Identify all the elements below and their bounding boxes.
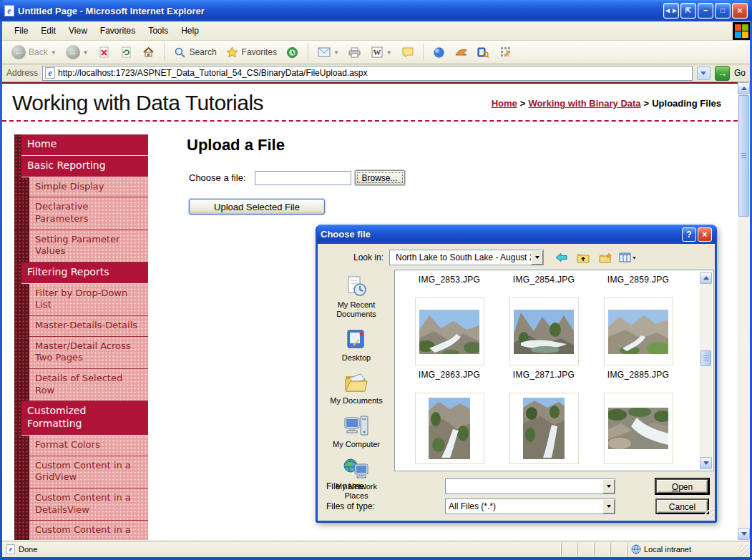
discuss-button[interactable]: [398, 44, 418, 61]
menu-bar: FileEditViewFavoritesToolsHelp: [2, 21, 750, 41]
sidebar-item-format-colors[interactable]: Format Colors: [14, 436, 148, 456]
browser-window: e Untitled Page - Microsoft Internet Exp…: [0, 0, 752, 560]
file-upload-input[interactable]: [255, 171, 351, 185]
file-name-dropdown-button[interactable]: [602, 479, 615, 493]
search-button[interactable]: Search: [170, 44, 220, 61]
upload-selected-file-button[interactable]: Upload Selected File: [189, 199, 325, 215]
sidebar-edge-pattern: [14, 456, 29, 488]
choose-file-dialog: Choose file ? × Look in: North Lake to S…: [316, 225, 717, 523]
close-button[interactable]: ×: [732, 3, 748, 19]
up-one-level-button[interactable]: [575, 250, 592, 265]
addon-button-2[interactable]: [496, 44, 516, 61]
sidebar-item-details-of-selected-row[interactable]: Details of Selected Row: [14, 369, 148, 401]
list-scroll-up-arrow[interactable]: [700, 272, 712, 284]
breadcrumb-working-with-binary-data[interactable]: Working with Binary Data: [528, 98, 640, 109]
file-name-combobox[interactable]: [445, 478, 615, 494]
file-name-label[interactable]: IMG_2863.JPG: [419, 370, 480, 380]
file-name-label[interactable]: IMG_2885.JPG: [607, 370, 669, 380]
photo-thumbnail-portrait-1[interactable]: [415, 393, 484, 464]
file-name-label[interactable]: IMG_2859.JPG: [607, 275, 669, 285]
open-button[interactable]: Open: [655, 478, 709, 494]
browse-button[interactable]: Browse...: [355, 170, 405, 185]
sidebar-item-setting-parameter-values[interactable]: Setting Parameter Values: [14, 230, 148, 262]
home-button[interactable]: [139, 44, 159, 61]
stop-icon: [98, 46, 111, 59]
go-button-icon[interactable]: →: [715, 66, 730, 81]
sidebar-item-custom-content-in-a[interactable]: Custom Content in a: [14, 521, 148, 540]
create-new-folder-button[interactable]: [597, 250, 614, 265]
cancel-button[interactable]: Cancel: [655, 498, 709, 514]
place-my-recent-documents[interactable]: My Recent Documents: [323, 275, 389, 319]
photo-thumbnail-portrait-2[interactable]: [509, 393, 579, 464]
title-bar: e Untitled Page - Microsoft Internet Exp…: [0, 0, 752, 21]
dialog-help-button[interactable]: ?: [682, 227, 696, 242]
sidebar-item-label: Basic Reporting: [21, 156, 148, 177]
menu-edit[interactable]: Edit: [34, 23, 62, 39]
menu-file[interactable]: File: [8, 23, 34, 39]
files-of-type-dropdown-button[interactable]: [602, 499, 615, 514]
look-in-combobox[interactable]: North Lake to South Lake - August 2006: [389, 250, 544, 265]
mail-button[interactable]: ▼: [314, 44, 343, 61]
sidebar-item-master-details-details[interactable]: Master-Details-Details: [14, 316, 148, 337]
photo-thumbnail-landscape-3[interactable]: [604, 298, 673, 365]
files-of-type-combobox[interactable]: All Files (*.*): [445, 498, 615, 514]
place-desktop[interactable]: Desktop: [323, 328, 389, 363]
edit-with-word-button[interactable]: W ▼: [367, 44, 396, 61]
window-title: Untitled Page - Microsoft Internet Explo…: [18, 6, 663, 16]
sidebar-item-custom-content-in-a-detailsview[interactable]: Custom Content in a DetailsView: [14, 488, 148, 521]
scrollbar-thumb[interactable]: [738, 95, 749, 217]
menu-view[interactable]: View: [62, 23, 94, 39]
menu-help[interactable]: Help: [175, 23, 205, 39]
file-list-scrollbar[interactable]: [700, 272, 712, 469]
scroll-up-arrow[interactable]: [738, 82, 750, 94]
address-input[interactable]: e http://localhost:1723/ASPNET_Data_Tuto…: [42, 66, 693, 81]
history-button[interactable]: [283, 44, 303, 61]
messenger-button[interactable]: [429, 44, 449, 61]
view-menu-button[interactable]: [619, 250, 636, 265]
sidebar-item-basic-reporting[interactable]: Basic Reporting: [14, 156, 148, 177]
sidebar-item-customized-formatting[interactable]: Customized Formatting: [14, 401, 148, 436]
sidebar-item-home[interactable]: Home: [14, 134, 148, 156]
research-button[interactable]: [474, 44, 494, 61]
list-scrollbar-thumb[interactable]: [700, 350, 711, 366]
window-resize-grip[interactable]: [740, 544, 750, 557]
print-button[interactable]: [345, 44, 365, 61]
favorites-button[interactable]: Favorites: [223, 44, 280, 61]
go-label[interactable]: Go: [734, 68, 746, 78]
pop-out-button[interactable]: ⇱: [680, 3, 696, 19]
sidebar-item-filter-by-drop-down-list[interactable]: Filter by Drop-Down List: [14, 284, 148, 316]
dialog-close-button[interactable]: ×: [698, 227, 712, 242]
photo-thumbnail-landscape-1[interactable]: [415, 298, 484, 365]
place-my-computer[interactable]: My Computer: [323, 415, 389, 449]
place-my-documents[interactable]: My Documents: [323, 373, 389, 406]
back-button[interactable]: ← Back▼: [8, 43, 60, 62]
sidebar-item-label: Custom Content in a GridView: [29, 456, 148, 488]
look-in-dropdown-button[interactable]: [531, 250, 543, 265]
file-name-label[interactable]: IMG_2854.JPG: [513, 275, 575, 285]
breadcrumb-home[interactable]: Home: [492, 98, 517, 109]
maximize-button[interactable]: □: [715, 3, 731, 19]
page-scrollbar[interactable]: [738, 82, 750, 540]
sidebar-item-filtering-reports[interactable]: Filtering Reports: [14, 262, 148, 284]
sidebar-item-master-detail-across-two-pages[interactable]: Master/Detail Across Two Pages: [14, 337, 148, 369]
menu-tools[interactable]: Tools: [142, 23, 175, 39]
refresh-button[interactable]: [117, 44, 137, 61]
minimize-button[interactable]: –: [698, 3, 713, 19]
photo-thumbnail-rapids[interactable]: [604, 393, 673, 464]
menu-favorites[interactable]: Favorites: [94, 23, 142, 39]
file-name-label[interactable]: IMG_2871.JPG: [513, 370, 575, 380]
sidebar-item-custom-content-in-a-gridview[interactable]: Custom Content in a GridView: [14, 456, 148, 488]
stop-button[interactable]: [94, 44, 114, 61]
scroll-down-arrow[interactable]: [738, 528, 750, 540]
sidebar-item-declarative-parameters[interactable]: Declarative Parameters: [14, 197, 148, 230]
addon-button-1[interactable]: [451, 44, 472, 61]
address-dropdown-button[interactable]: [697, 67, 711, 80]
back-folder-button[interactable]: [552, 250, 570, 265]
forward-button[interactable]: → ▼: [62, 43, 92, 62]
photo-thumbnail-landscape-2[interactable]: [509, 298, 579, 365]
pan-arrows-button[interactable]: ◄►: [663, 3, 679, 19]
dialog-resize-grip[interactable]: [705, 510, 713, 519]
sidebar-item-simple-display[interactable]: Simple Display: [14, 177, 148, 198]
file-name-label[interactable]: IMG_2853.JPG: [419, 275, 480, 285]
list-scroll-down-arrow[interactable]: [700, 457, 712, 469]
